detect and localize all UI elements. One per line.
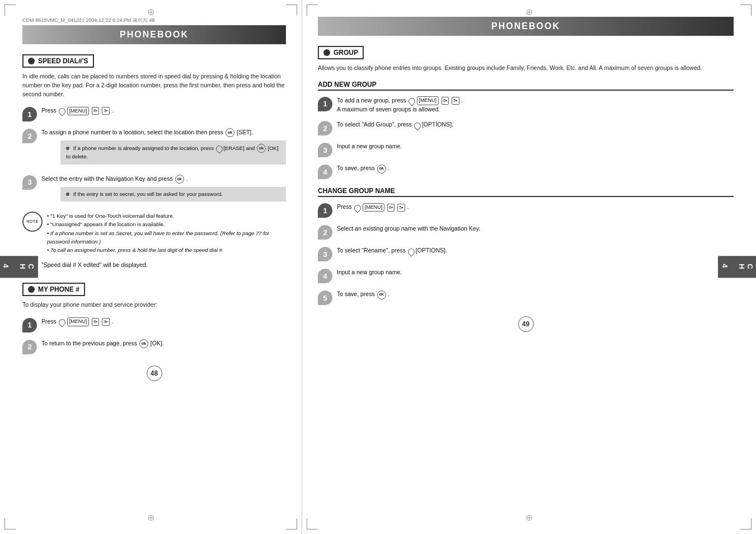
bullet-my-phone <box>28 286 35 293</box>
change-group-step2: 2 Select an existing group name with the… <box>318 224 734 240</box>
note-box-1: If a phone number is already assigned to… <box>60 140 286 164</box>
step2-text: To assign a phone number to a location, … <box>41 129 223 135</box>
my-phone-step1-text: Press <box>41 318 57 325</box>
bullet-icon <box>28 58 35 64</box>
change-group-step3-content: To select "Rename", press [OPTIONS]. <box>337 246 734 255</box>
note-box-2: If the entry is set to secret, you will … <box>60 187 286 202</box>
my-phone-step2-text: To return to the previous page, press <box>41 340 137 346</box>
erase-label: [ERASE] and <box>223 145 255 151</box>
note-badge: NOTE "1 Key" is used for One-Touch voice… <box>22 212 286 254</box>
ok-key-note1: ok <box>257 144 266 153</box>
softkey-icon-addgroup <box>408 97 415 104</box>
my-phone-intro: To display your phone number and service… <box>22 301 286 310</box>
add-group-step-num-2: 2 <box>318 121 332 135</box>
menu-key-addgroup: [MENU] <box>417 96 439 105</box>
reg-cross-bottom: ⊕ <box>147 512 154 523</box>
right-reg-cross-top: ⊕ <box>525 7 533 17</box>
note-item-1: "1 Key" is used for One-Touch voicemail … <box>47 212 286 220</box>
step4-content: "Speed dial # X edited" will be displaye… <box>41 261 286 270</box>
add-group-step1: 1 To add a new group, press [MENU] 6▪ 5▪… <box>318 96 734 114</box>
softkey-icon-1 <box>58 107 65 114</box>
ok-key-step2: ok <box>226 128 234 137</box>
step1-text: Press <box>41 107 57 114</box>
erase-key-icon <box>215 145 222 152</box>
my-phone-section-label: MY PHONE # <box>22 283 85 296</box>
left-page-num: 48 <box>22 366 286 381</box>
add-group-step4-text: To save, press <box>337 165 375 171</box>
right-corner-tr <box>740 4 752 16</box>
note-item-4: To call an assigned number, press & hold… <box>47 246 286 254</box>
add-group-step2: 2 To select "Add Group", press [OPTIONS]… <box>318 120 734 135</box>
add-group-step1-text: To add a new group, press <box>337 97 406 104</box>
change-group-step-num-4: 4 <box>318 269 332 283</box>
change-group-step3: 3 To select "Rename", press [OPTIONS]. <box>318 246 734 261</box>
chapter-tab-right-text: CH4 <box>721 264 754 270</box>
note-box1-text: If a phone number is already assigned to… <box>73 145 214 151</box>
softkey-icon-changegroup3 <box>407 248 414 255</box>
step-num-3: 3 <box>22 175 37 190</box>
right-corner-tl <box>307 4 318 16</box>
add-group-step4: 4 To save, press ok . <box>318 164 734 179</box>
speed-dial-step2: 2 To assign a phone number to a location… <box>22 128 286 167</box>
menu-key-changegroup: [MENU] <box>363 203 385 212</box>
step3-text: Select the entry with the Navigation Key… <box>41 175 173 182</box>
corner-tr <box>286 4 297 16</box>
step2-content: To assign a phone number to a location, … <box>41 128 286 167</box>
note-circle: NOTE <box>22 212 43 232</box>
right-corner-bl <box>307 518 318 530</box>
document-page: CH4 CDM-8615VMC_M_041221 2004.12.22 6:24… <box>0 0 756 534</box>
change-group-step5: 5 To save, press ok . <box>318 290 734 305</box>
menu-key-1: [MENU] <box>67 107 90 116</box>
step1-content: Press [MENU] 6▪ 3▪ . <box>41 106 286 115</box>
my-phone-step-num-1: 1 <box>22 318 37 332</box>
speed-dial-step1: 1 Press [MENU] 6▪ 3▪ . <box>22 106 286 121</box>
softkey-icon-addgroup2 <box>414 122 420 129</box>
note-list: "1 Key" is used for One-Touch voicemail … <box>47 212 286 254</box>
right-page-num-circle: 49 <box>518 316 534 332</box>
note-bullet-1 <box>66 147 69 150</box>
right-corner-br <box>740 518 752 530</box>
group-intro: Allows you to classify phone entries int… <box>318 64 734 73</box>
softkey-icon-myphone <box>58 318 65 325</box>
num5-addgroup: 5▪ <box>452 97 459 105</box>
step3-period: . <box>186 175 187 182</box>
step3-content: Select the entry with the Navigation Key… <box>41 175 286 205</box>
change-group-step-num-2: 2 <box>318 225 332 240</box>
note-box2-text: If the entry is set to secret, you will … <box>73 191 223 197</box>
my-phone-step-num-2: 2 <box>22 340 37 354</box>
change-group-step3-text: To select "Rename", press <box>337 247 406 254</box>
step-num-2: 2 <box>22 129 37 143</box>
note-item-3: If a phone number is set as Secret, you … <box>47 229 286 246</box>
add-group-step-num-1: 1 <box>318 97 332 111</box>
my-phone-section: MY PHONE # To display your phone number … <box>22 283 286 354</box>
group-section-label: GROUP <box>318 46 364 59</box>
step-num-1: 1 <box>22 107 37 121</box>
change-group-step-num-3: 3 <box>318 247 332 261</box>
note-badge-content: "1 Key" is used for One-Touch voicemail … <box>47 212 286 254</box>
left-page: CH4 CDM-8615VMC_M_041221 2004.12.22 6:24… <box>0 0 302 534</box>
ok-key-step3: ok <box>175 175 184 184</box>
change-group-step1-content: Press [MENU] 6▪ 5▪ . <box>337 203 734 212</box>
add-group-step3-content: Input a new group name. <box>337 142 734 151</box>
chapter-tab-right: CH4 <box>718 256 756 278</box>
add-group-step-num-4: 4 <box>318 165 332 179</box>
left-page-num-circle: 48 <box>147 366 162 381</box>
add-group-heading: ADD NEW GROUP <box>318 81 734 91</box>
num6-addgroup: 6▪ <box>442 97 449 105</box>
right-page: CH4 ⊕ PHONEBOOK GROUP Allows you to clas… <box>302 0 756 534</box>
chapter-tab-left: CH4 <box>0 256 38 278</box>
reg-cross-top: ⊕ <box>147 7 154 17</box>
num6-myphone: 6▪ <box>92 318 99 326</box>
change-group-step-num-1: 1 <box>318 203 332 218</box>
note-item-2: "Unassigned" appears if the location is … <box>47 220 286 228</box>
group-label-text: GROUP <box>334 49 358 57</box>
speed-dial-section-label: SPEED DIAL#'S <box>22 54 94 68</box>
speed-dial-step3: 3 Select the entry with the Navigation K… <box>22 175 286 205</box>
change-group-heading: CHANGE GROUP NAME <box>318 187 734 197</box>
add-group-step2-content: To select "Add Group", press [OPTIONS]. <box>337 120 734 129</box>
step2-ok-label: [SET]. <box>237 129 253 135</box>
change-group-step1: 1 Press [MENU] 6▪ 5▪ . <box>318 203 734 218</box>
softkey-icon-changegroup1 <box>354 204 360 211</box>
add-group-step3: 3 Input a new group name. <box>318 142 734 157</box>
note-bullet-2 <box>66 193 69 196</box>
